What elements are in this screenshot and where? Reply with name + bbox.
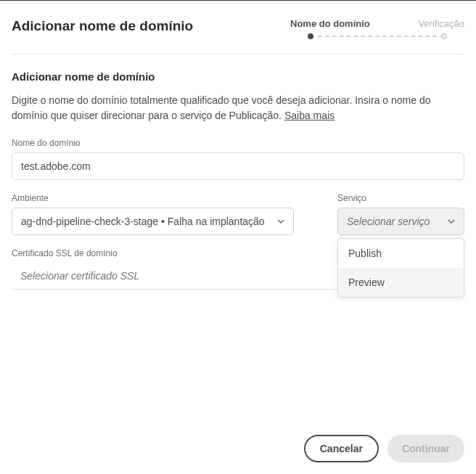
stepper-dot-active <box>308 33 313 39</box>
stepper: Nome do domínio Verificação <box>290 18 464 39</box>
cancel-button[interactable]: Cancelar <box>304 435 379 462</box>
environment-select[interactable]: ag-dnd-pipeline-check-3-stage • Falha na… <box>12 208 294 235</box>
environment-field: Ambiente ag-dnd-pipeline-check-3-stage •… <box>12 193 294 235</box>
stepper-step-domain-name: Nome do domínio <box>290 18 370 29</box>
stepper-labels: Nome do domínio Verificação <box>290 18 464 29</box>
service-select[interactable]: Selecionar serviço <box>337 208 464 235</box>
service-placeholder: Selecionar serviço <box>347 216 430 227</box>
add-domain-modal: Adicionar nome de domínio Nome do domíni… <box>0 1 476 474</box>
env-service-row: Ambiente ag-dnd-pipeline-check-3-stage •… <box>12 193 464 235</box>
domain-label: Nome do domínio <box>12 138 464 148</box>
service-option-publish[interactable]: Publish <box>338 239 464 268</box>
stepper-line <box>311 36 444 37</box>
environment-label: Ambiente <box>12 193 294 203</box>
stepper-dot-inactive <box>441 33 447 39</box>
environment-value: ag-dnd-pipeline-check-3-stage • Falha na… <box>21 216 265 227</box>
section-title: Adicionar nome de domínio <box>12 70 464 83</box>
chevron-down-icon <box>277 219 284 224</box>
service-dropdown: Publish Preview <box>337 238 464 298</box>
modal-title: Adicionar nome de domínio <box>12 18 193 34</box>
service-label: Serviço <box>337 193 464 203</box>
description-text: Digite o nome do domínio totalmente qual… <box>12 94 430 121</box>
domain-field: Nome do domínio <box>12 138 464 180</box>
domain-input[interactable] <box>12 152 464 180</box>
divider <box>12 54 464 54</box>
stepper-track <box>308 33 447 39</box>
learn-more-link[interactable]: Saiba mais <box>284 110 335 121</box>
stepper-step-verification: Verificação <box>418 18 464 29</box>
section-description: Digite o nome do domínio totalmente qual… <box>12 93 464 123</box>
service-option-preview[interactable]: Preview <box>338 268 464 297</box>
chevron-down-icon <box>448 219 455 224</box>
service-field: Serviço Selecionar serviço Publish Previ… <box>337 193 464 235</box>
modal-header: Adicionar nome de domínio Nome do domíni… <box>12 18 464 39</box>
modal-footer: Cancelar Continuar <box>12 423 464 462</box>
continue-button[interactable]: Continuar <box>387 435 464 462</box>
